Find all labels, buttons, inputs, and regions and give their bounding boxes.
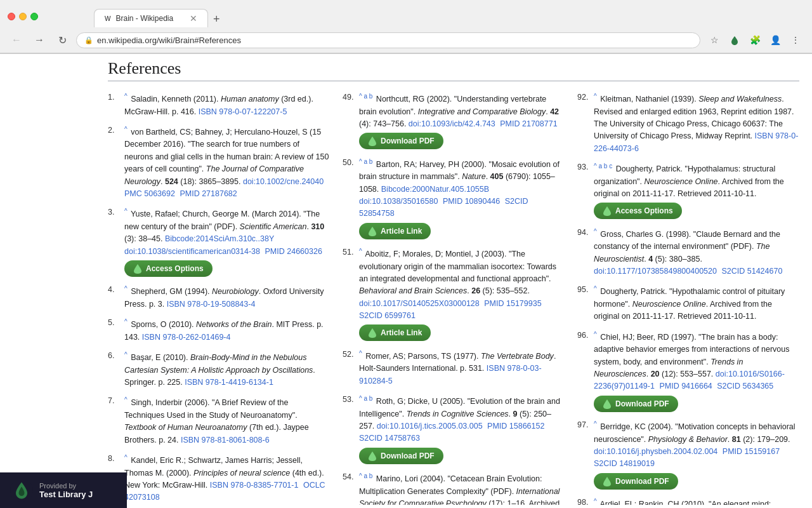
- ref-link[interactable]: PMID 27187682: [180, 189, 237, 198]
- ref-link[interactable]: ISBN 978-0-19-508843-4: [167, 300, 256, 309]
- droplet-btn-icon: [368, 136, 377, 146]
- back-button[interactable]: ←: [8, 31, 25, 49]
- ref-backlink[interactable]: ^: [124, 351, 128, 358]
- ref-link[interactable]: ISBN 978-0-262-01469-4: [142, 333, 231, 342]
- access-options-button[interactable]: Access Options: [124, 260, 213, 277]
- access-options-button[interactable]: Access Options: [594, 203, 682, 219]
- ref-link[interactable]: S2CID 51424670: [721, 267, 782, 276]
- ref-link[interactable]: doi:10.1017/S0140525X03000128: [359, 299, 480, 308]
- ref-backlink[interactable]: ^: [594, 93, 597, 100]
- ref-backlink[interactable]: ^: [124, 208, 128, 215]
- ref-backlink[interactable]: ^: [359, 248, 362, 255]
- article-link-button[interactable]: Article Link: [359, 223, 431, 239]
- ref-backlink[interactable]: ^: [594, 420, 597, 427]
- references-col-2: 49.^ a b Northcutt, RG (2002). "Understa…: [343, 91, 565, 505]
- droplet-btn-icon: [603, 399, 612, 409]
- ref-backlink[interactable]: ^ a b: [359, 395, 372, 402]
- ref-link[interactable]: S2CID 14758763: [359, 434, 420, 443]
- ref-link[interactable]: ISBN 978-1-4419-6134-1: [185, 378, 273, 387]
- ref-link[interactable]: PMID 21708771: [500, 119, 557, 128]
- ref-number: 96.: [577, 330, 594, 413]
- ref-text: Marino, Lori (2004). "Cetacean Brain Evo…: [359, 474, 560, 505]
- ref-content: ^ Saladin, Kenneth (2011). Human anatomy…: [124, 91, 330, 118]
- ref-backlink[interactable]: ^: [359, 350, 362, 357]
- active-tab[interactable]: W Brain - Wikipedia ✕: [94, 9, 208, 27]
- ref-link[interactable]: doi:10.1177/107385849800400520: [594, 267, 717, 276]
- ref-text: Berridge, KC (2004). "Motivation concept…: [594, 422, 796, 443]
- download-pdf-button[interactable]: Download PDF: [359, 133, 443, 149]
- ref-backlink[interactable]: ^: [124, 396, 128, 403]
- ref-number: 3.: [108, 206, 124, 277]
- ref-link[interactable]: doi:10.1016/j.tics.2005.03.005: [377, 422, 483, 431]
- ref-link[interactable]: ISBN 978-0-8385-7701-1: [210, 481, 299, 490]
- ref-content: ^ a b Marino, Lori (2004). "Cetacean Bra…: [359, 471, 565, 505]
- ref-link[interactable]: PMID 10890446: [443, 197, 500, 206]
- close-button[interactable]: [8, 13, 15, 20]
- ref-link[interactable]: doi:10.1093/icb/42.4.743: [409, 119, 495, 128]
- ref-backlink[interactable]: ^: [124, 318, 128, 325]
- ref-link[interactable]: PMID 15179935: [484, 299, 541, 308]
- address-bar[interactable]: 🔒 en.wikipedia.org/wiki/Brain#References: [76, 32, 700, 48]
- ref-backlink[interactable]: ^ a b c: [594, 163, 612, 170]
- ref-link[interactable]: PMID 24660326: [265, 247, 322, 256]
- ref-backlink[interactable]: ^ a b: [359, 93, 372, 100]
- ref-backlink[interactable]: ^ a b: [359, 158, 372, 165]
- download-pdf-button[interactable]: Download PDF: [359, 448, 443, 464]
- profile-button[interactable]: 👤: [766, 31, 784, 49]
- ref-backlink[interactable]: ^: [124, 126, 128, 133]
- ref-link[interactable]: doi:10.1002/cne.24040: [243, 177, 324, 186]
- ref-link[interactable]: doi:10.1038/scientificamerican0314-38: [124, 247, 260, 256]
- ref-link[interactable]: PMID 9416664: [659, 382, 712, 391]
- download-pdf-button[interactable]: Download PDF: [594, 473, 678, 490]
- ref-link[interactable]: ISBN 978-81-8061-808-6: [181, 436, 270, 444]
- forward-button[interactable]: →: [30, 31, 48, 49]
- ref-backlink[interactable]: ^: [124, 454, 128, 461]
- ref-link[interactable]: doi:10.1016/j.physbeh.2004.02.004: [594, 447, 717, 456]
- ref-number: 4.: [108, 284, 124, 311]
- references-col-3: 92.^ Kleitman, Nathaniel (1939). Sleep a…: [577, 91, 799, 505]
- new-tab-button[interactable]: +: [213, 13, 220, 27]
- address-text: en.wikipedia.org/wiki/Brain#References: [97, 36, 241, 45]
- ref-backlink[interactable]: ^: [594, 285, 597, 292]
- ref-number: 98.: [577, 497, 594, 505]
- reload-button[interactable]: ↻: [53, 31, 71, 49]
- ref-backlink[interactable]: ^: [124, 285, 128, 292]
- ref-backlink[interactable]: ^ a b: [359, 472, 372, 479]
- ref-backlink[interactable]: ^: [124, 93, 128, 100]
- ref-backlink[interactable]: ^: [594, 498, 597, 505]
- bookmark-button[interactable]: ☆: [705, 31, 723, 49]
- menu-button[interactable]: ⋮: [787, 31, 804, 49]
- droplet-button[interactable]: [726, 31, 743, 49]
- footer-provided-label: Provided by: [39, 482, 93, 490]
- ref-link[interactable]: Bibcode:2014SciAm.310c..38Y: [165, 234, 274, 243]
- download-pdf-label: Download PDF: [615, 399, 669, 408]
- ref-link[interactable]: S2CID 6599761: [359, 311, 416, 320]
- ref-backlink[interactable]: ^: [594, 228, 597, 235]
- ref-content: ^ von Bartheld, CS; Bahney, J; Herculano…: [124, 124, 330, 200]
- ref-item: 53.^ a b Roth, G; Dicke, U (2005). "Evol…: [343, 394, 565, 465]
- ref-number: 7.: [108, 395, 124, 446]
- ref-link[interactable]: S2CID 5634365: [717, 382, 773, 391]
- ref-content: ^ Dougherty, Patrick. "Hypothalamic cont…: [594, 284, 799, 323]
- ref-backlink[interactable]: ^: [594, 331, 597, 338]
- ref-link[interactable]: Bibcode:2000Natur.405.1055B: [381, 185, 489, 194]
- extensions-button[interactable]: 🧩: [746, 31, 764, 49]
- references-col-1: 1.^ Saladin, Kenneth (2011). Human anato…: [108, 91, 330, 505]
- browser-chrome: W Brain - Wikipedia ✕ + ← → ↻ 🔒 en.wikip…: [0, 0, 812, 54]
- ref-link[interactable]: doi:10.1038/35016580: [359, 197, 438, 206]
- ref-link[interactable]: S2CID 14819019: [594, 459, 655, 468]
- download-pdf-button[interactable]: Download PDF: [594, 396, 678, 412]
- article-link-button[interactable]: Article Link: [359, 324, 431, 341]
- ref-number: 97.: [577, 419, 594, 490]
- ref-link[interactable]: PMC 5063692: [124, 189, 175, 198]
- maximize-button[interactable]: [30, 13, 38, 20]
- ref-link[interactable]: ISBN 978-0-07-122207-5: [199, 107, 287, 116]
- ref-link[interactable]: PMID 15866152: [487, 422, 544, 431]
- ref-number: 52.: [343, 349, 359, 387]
- ref-item: 97.^ Berridge, KC (2004). "Motivation co…: [577, 419, 799, 490]
- download-pdf-label: Download PDF: [615, 477, 669, 486]
- ref-link[interactable]: PMID 15159167: [723, 447, 780, 456]
- minimize-button[interactable]: [19, 13, 27, 20]
- tab-close-icon[interactable]: ✕: [190, 13, 197, 23]
- tab-favicon: W: [105, 15, 110, 22]
